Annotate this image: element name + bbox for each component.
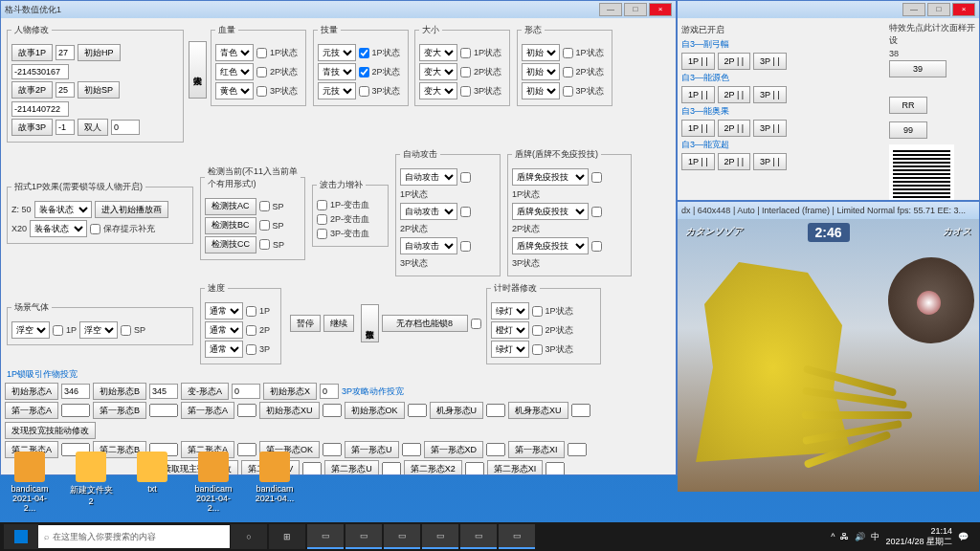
maximize-button[interactable]: □ [624,3,647,16]
s4-b2[interactable]: 2P | | [718,153,751,170]
nolimit-chk[interactable] [471,319,481,329]
f2x2-in[interactable] [465,462,484,474]
f1xd-in[interactable] [486,443,505,456]
f1-ok-in[interactable] [323,443,342,456]
desktop-icon-5[interactable]: bandicam 2021-04... [253,452,297,513]
trans-down-btn[interactable]: 发现投宽技能动修改 [5,422,96,439]
speed-2p-sel[interactable]: 通常 [205,321,243,339]
form-1p-chk[interactable] [563,48,573,58]
init-ok-btn[interactable]: 初始形态OK [345,402,405,419]
mbx-in[interactable] [571,404,590,417]
s2-b1[interactable]: 1P | | [681,86,715,103]
s4-b1[interactable]: 1P | | [681,153,715,170]
next-b-btn[interactable]: 第一形态B [93,402,146,419]
notifications-icon[interactable]: 💬 [958,532,969,541]
energy-2p-chk[interactable] [359,67,369,77]
f1u-btn[interactable]: 第一形态U [345,441,399,458]
s1-b2[interactable]: 2P | | [718,53,751,70]
s3-extra[interactable]: 99 [889,121,927,139]
form-2p-chk[interactable] [563,67,573,77]
taskbar-app-1[interactable]: ▭ [307,524,344,549]
s2-extra[interactable]: RR [889,97,927,114]
size-3p-sel[interactable]: 变大 [419,82,457,99]
dmg-1p-chk[interactable] [317,200,327,210]
blood-2p-chk[interactable] [256,67,267,77]
story1-input[interactable] [56,45,75,60]
story3-btn[interactable]: 故事3P [11,119,53,136]
enter-anim-btn[interactable]: 进入初始播放画 [95,201,168,218]
init-xu-in[interactable] [323,404,342,417]
next-a-in[interactable] [61,404,90,417]
size-3p-chk[interactable] [460,86,471,97]
f1xi-btn[interactable]: 第一形态XI [508,441,565,458]
weather-3p-sel[interactable]: 浮空 [79,321,118,339]
mbx-btn[interactable]: 机身形态XU [508,402,568,419]
f2u-btn[interactable]: 第二形态U [324,460,379,474]
counter-min-btn[interactable]: — [902,3,925,16]
nolimit-btn[interactable]: 无存档也能锁8 [382,315,468,332]
energy-3p-sel[interactable]: 元技量 [318,82,356,99]
cont-btn[interactable]: 继续 [323,315,354,332]
blood-1p-chk[interactable] [256,48,267,58]
det-bc-chk[interactable] [259,220,270,231]
dmg-2p-chk[interactable] [317,214,327,225]
blood-1p-sel[interactable]: 青色 [215,44,254,61]
energy-1p-chk[interactable] [359,48,369,58]
det-ac-chk[interactable] [259,201,270,211]
game-viewport[interactable]: カタンソゾア 2:46 カオス [678,219,979,492]
auto-2p-sel[interactable]: 自动攻击 [400,203,457,220]
shield-2p-chk[interactable] [591,207,602,217]
counter-titlebar[interactable]: — □ × [678,1,979,18]
blood-3p-sel[interactable]: 黄色 [215,82,254,99]
desktop-icon-3[interactable]: txt [130,452,174,513]
hint-chk[interactable] [90,224,100,234]
speed-3p-sel[interactable]: 通常 [205,341,243,358]
f2xi-btn[interactable]: 第二形态XI [487,460,544,474]
init-dc-a-in[interactable] [61,384,90,399]
energy-1p-sel[interactable]: 元技量 [318,44,356,61]
story2-input[interactable] [56,82,75,98]
auto-2p-chk[interactable] [460,207,471,217]
taskbar-app-6[interactable]: ▭ [499,524,535,549]
weather-1p-chk[interactable] [53,325,63,336]
init-xu-btn[interactable]: 初始形态XU [259,402,320,419]
system-tray[interactable]: ^ 🖧 🔊 中 21:14 2021/4/28 星期二 💬 [831,526,976,547]
energy-2p-sel[interactable]: 青技量 [318,63,356,80]
mbody-btn[interactable]: 机身形态U [430,402,484,419]
form-1p-sel[interactable]: 初始 [522,44,560,61]
init-dc-b-btn[interactable]: 初始形态B [93,383,146,400]
energy-3p-chk[interactable] [359,86,369,97]
s2-b2[interactable]: 2P | | [718,86,751,103]
volume-icon[interactable]: 🔊 [855,532,865,541]
init-sp-btn[interactable]: 初始SP [78,81,120,99]
mbody-in[interactable] [486,404,505,417]
counter-max-btn[interactable]: □ [927,3,950,16]
s1-b1[interactable]: 1P | | [681,53,715,70]
timer-y-sel[interactable]: 橙灯 [491,321,529,339]
timer-g-sel[interactable]: 绿灯 [491,302,529,320]
init-dc-a-btn[interactable]: 初始形态A [5,383,58,400]
taskbar-app-3[interactable]: ▭ [384,524,420,549]
s3-b1[interactable]: 1P | | [681,120,715,137]
init-hp-input[interactable] [11,64,69,79]
shield-1p-sel[interactable]: 盾牌免疫投技 [512,168,589,186]
size-2p-sel[interactable]: 变大 [419,63,457,80]
f1a-in[interactable] [237,404,256,417]
s1-b3[interactable]: 3P | | [753,53,787,70]
counter-close-btn[interactable]: × [952,3,975,16]
s4-b3[interactable]: 3P | | [753,153,787,170]
count-btn[interactable]: 39 [889,60,947,77]
form-3p-chk[interactable] [563,86,573,97]
blood-3p-chk[interactable] [256,86,267,97]
s3-b2[interactable]: 2P | | [718,120,751,137]
game-titlebar[interactable]: dx | 640x448 | Auto | Interlaced (frame)… [678,202,979,219]
auto-3p-chk[interactable] [460,241,471,252]
size-2p-chk[interactable] [460,67,471,77]
size-1p-sel[interactable]: 变大 [419,44,457,61]
taskbar-app-4[interactable]: ▭ [422,524,458,549]
story2-btn[interactable]: 故事2P [11,81,53,99]
taskbar-app-5[interactable]: ▭ [460,524,497,549]
search-box[interactable]: ⌕ 在这里输入你要搜索的内容 [38,525,230,548]
vert-mod-btn[interactable]: 数据修改 [361,304,379,342]
start-button[interactable] [4,524,38,549]
